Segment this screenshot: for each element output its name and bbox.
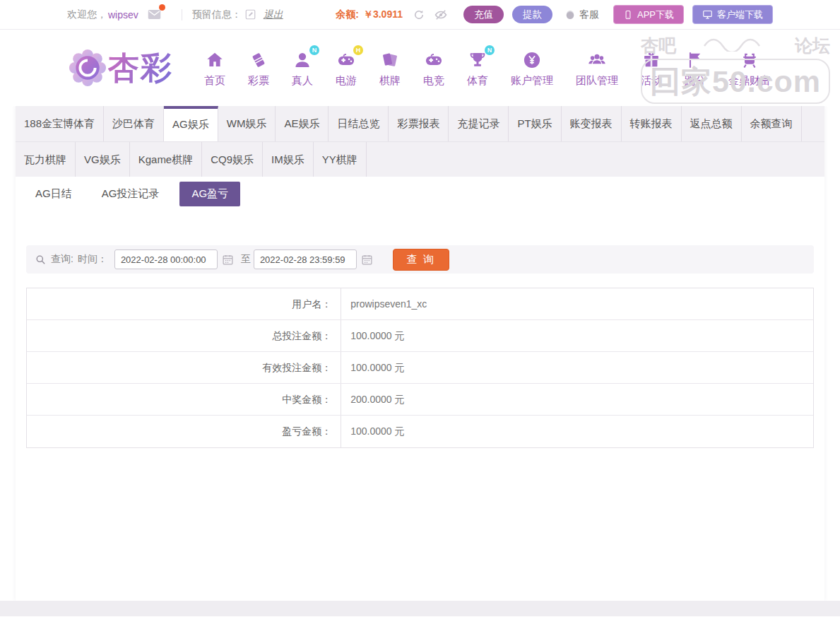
- nav-item-egame[interactable]: H 电游: [324, 49, 368, 88]
- service-person-icon: [564, 8, 576, 21]
- logout-link[interactable]: 退出: [264, 8, 283, 21]
- nav-label: 电竞: [423, 74, 444, 88]
- tab-transfer-report[interactable]: 转账报表: [622, 106, 682, 141]
- nav-label: 真人: [292, 74, 313, 88]
- main-header: 杏彩 首页 彩票 N 真人 H 电游 棋牌 电竞 N 体育 账户管理 团队管理 …: [0, 30, 840, 106]
- nav-label: 活动: [641, 74, 662, 88]
- nav-item-account-manage[interactable]: 账户管理: [499, 49, 564, 88]
- team-icon: [587, 49, 607, 70]
- reserved-info-label: 预留信息：: [192, 8, 242, 21]
- tab-wm-entertainment[interactable]: WM娱乐: [218, 106, 276, 141]
- tab-saba-sports[interactable]: 沙巴体育: [104, 106, 164, 141]
- nav-label: 体育: [467, 74, 488, 88]
- subtab-ag-bet-records[interactable]: AG投注记录: [93, 182, 169, 206]
- flag-icon: [685, 49, 705, 70]
- nav-item-sports[interactable]: N 体育: [456, 49, 499, 88]
- edit-icon[interactable]: [244, 8, 256, 20]
- calendar-icon-to[interactable]: [361, 254, 373, 266]
- nav-item-live[interactable]: N 真人: [280, 49, 324, 88]
- row-value: prowipseven1_xc: [341, 288, 427, 319]
- nav-item-team-manage[interactable]: 团队管理: [564, 49, 629, 88]
- tab-kgame-board[interactable]: Kgame棋牌: [130, 142, 203, 177]
- page-container: 188金宝博体育沙巴体育AG娱乐WM娱乐AE娱乐日结总览彩票报表充提记录PT娱乐…: [16, 106, 824, 601]
- tab-account-change-report[interactable]: 账变报表: [562, 106, 622, 141]
- nav-item-activity[interactable]: 活动: [629, 49, 673, 88]
- subtab-ag-daily[interactable]: AG日结: [26, 182, 81, 206]
- tab-bet188-sports[interactable]: 188金宝博体育: [16, 106, 104, 141]
- ding-icon: [740, 49, 759, 70]
- mail-icon[interactable]: [147, 7, 162, 22]
- nav-item-board-games[interactable]: 棋牌: [368, 49, 412, 88]
- table-row: 有效投注金额： 100.0000 元: [27, 352, 813, 384]
- nav-label: 金鼎财富: [728, 74, 771, 88]
- date-to-input[interactable]: [254, 249, 357, 269]
- app-download-button[interactable]: APP下载: [613, 5, 684, 24]
- flower-logo-icon: [67, 47, 108, 88]
- tab-deposit-withdraw-records[interactable]: 充提记录: [449, 106, 509, 141]
- content-area: AG日结AG投注记录AG盈亏 查询: 时间： 至 查 询 用户名： prowip…: [16, 177, 824, 601]
- row-value: 100.0000 元: [341, 416, 404, 447]
- tab-vg-entertainment[interactable]: VG娱乐: [76, 142, 130, 177]
- tab-im-entertainment[interactable]: IM娱乐: [263, 142, 314, 177]
- row-label: 中奖金额：: [27, 384, 341, 415]
- time-label: 时间：: [78, 253, 107, 266]
- tab-bar: 188金宝博体育沙巴体育AG娱乐WM娱乐AE娱乐日结总览彩票报表充提记录PT娱乐…: [16, 106, 824, 177]
- balance-value: ￥3.0911: [363, 8, 403, 21]
- tab-yy-board[interactable]: YY棋牌: [314, 142, 367, 177]
- gift-icon: [641, 49, 661, 70]
- watermark-right: 论坛: [795, 34, 830, 57]
- eye-off-icon[interactable]: [434, 8, 448, 22]
- phone-icon: [623, 10, 633, 20]
- recharge-button[interactable]: 充值: [463, 6, 504, 23]
- table-row: 盈亏金额： 100.0000 元: [27, 416, 813, 447]
- main-nav: 首页 彩票 N 真人 H 电游 棋牌 电竞 N 体育 账户管理 团队管理 活动 …: [193, 49, 782, 88]
- row-value: 100.0000 元: [341, 352, 404, 383]
- tab-lottery-report[interactable]: 彩票报表: [389, 106, 449, 141]
- table-row: 中奖金额： 200.0000 元: [27, 384, 813, 416]
- tab-row-2: 瓦力棋牌VG娱乐Kgame棋牌CQ9娱乐IM娱乐YY棋牌: [16, 141, 824, 177]
- query-button[interactable]: 查 询: [393, 249, 449, 271]
- nav-item-paofen[interactable]: 跑分: [673, 49, 717, 88]
- subtab-ag-profit-loss[interactable]: AG盈亏: [179, 182, 240, 206]
- username: wipsev: [108, 9, 138, 20]
- row-label: 有效投注金额：: [27, 352, 341, 383]
- nav-label: 彩票: [248, 74, 269, 88]
- tab-ag-entertainment[interactable]: AG娱乐: [164, 106, 218, 141]
- nav-item-wealth[interactable]: 金鼎财富: [717, 49, 782, 88]
- nav-label: 账户管理: [511, 74, 553, 88]
- tab-pt-entertainment[interactable]: PT娱乐: [509, 106, 561, 141]
- tab-ae-entertainment[interactable]: AE娱乐: [276, 106, 329, 141]
- row-label: 总投注金额：: [27, 320, 341, 351]
- tab-daily-summary[interactable]: 日结总览: [329, 106, 389, 141]
- customer-service-link[interactable]: 客服: [564, 8, 599, 21]
- client-download-button[interactable]: 客户端下载: [692, 5, 773, 24]
- live-person-icon: N: [292, 49, 312, 70]
- nav-item-esports[interactable]: 电竞: [412, 49, 456, 88]
- row-value: 200.0000 元: [341, 384, 404, 415]
- nav-item-home[interactable]: 首页: [193, 49, 237, 88]
- row-label: 盈亏金额：: [27, 416, 341, 447]
- coin-icon: [522, 49, 542, 70]
- topbar: 欢迎您， wipsev 预留信息： 退出 余额: ￥3.0911 充值 提款 客…: [0, 0, 840, 30]
- refresh-icon[interactable]: [413, 8, 425, 21]
- result-table: 用户名： prowipseven1_xc 总投注金额： 100.0000 元 有…: [26, 288, 814, 448]
- calendar-icon-from[interactable]: [222, 254, 234, 266]
- search-icon: [35, 254, 47, 266]
- tab-balance-query[interactable]: 余额查询: [742, 106, 802, 141]
- nav-label: 首页: [204, 74, 225, 88]
- home-icon: [205, 49, 225, 70]
- nav-label: 棋牌: [379, 74, 401, 88]
- withdraw-button[interactable]: 提款: [512, 6, 552, 23]
- mail-notification-dot: [159, 4, 165, 11]
- nav-label: 团队管理: [576, 74, 618, 88]
- date-from-input[interactable]: [114, 249, 218, 269]
- tab-rebate-total[interactable]: 返点总额: [682, 106, 742, 141]
- welcome-text: 欢迎您，: [67, 8, 107, 21]
- nav-badge-n: N: [485, 45, 495, 55]
- query-label: 查询:: [51, 253, 73, 266]
- tab-cq9-entertainment[interactable]: CQ9娱乐: [202, 142, 263, 177]
- nav-item-lottery[interactable]: 彩票: [237, 49, 280, 88]
- search-bar: 查询: 时间： 至 查 询: [26, 245, 814, 274]
- tab-wali-board[interactable]: 瓦力棋牌: [16, 142, 76, 177]
- brand-logo[interactable]: 杏彩: [67, 47, 173, 89]
